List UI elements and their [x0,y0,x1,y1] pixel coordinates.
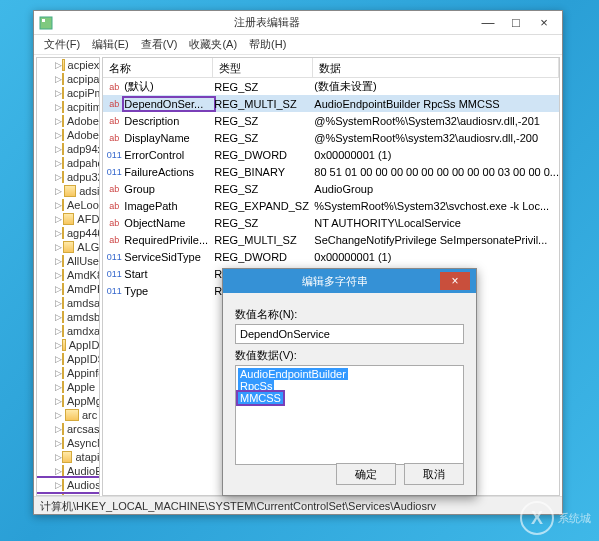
col-type[interactable]: 类型 [213,58,313,77]
minimize-button[interactable]: — [474,13,502,33]
chevron-icon: ▷ [55,200,62,210]
chevron-icon: ▷ [55,312,62,322]
close-button[interactable]: × [530,13,558,33]
titlebar[interactable]: 注册表编辑器 — □ × [34,11,562,35]
tree-item-label: adsi [79,185,99,197]
cell-name: ServiceSidType [124,251,214,263]
value-data-textarea[interactable]: AudioEndpointBuilderRpcSsMMCSS [235,365,464,465]
tree-item[interactable]: ▷adpu320 [37,170,99,184]
multistring-line[interactable]: AudioEndpointBuilder [238,368,348,380]
chevron-icon: ▷ [55,396,62,406]
menu-file[interactable]: 文件(F) [38,35,86,54]
menu-help[interactable]: 帮助(H) [243,35,292,54]
chevron-icon: ▷ [55,326,62,336]
value-row[interactable]: 011ErrorControlREG_DWORD0x00000001 (1) [103,146,559,163]
value-row[interactable]: abGroupREG_SZAudioGroup [103,180,559,197]
tree-item[interactable]: ▷AllUserInstallAgent [37,254,99,268]
tree-item-label: adpu320 [67,171,100,183]
tree-item-label: adp94xx [67,143,100,155]
tree-item[interactable]: ▷AFD [37,212,99,226]
tree-item[interactable]: ▷adp94xx [37,142,99,156]
tree-item[interactable]: ▷AudioEndpointBuilder [37,464,99,478]
maximize-button[interactable]: □ [502,13,530,33]
binary-icon: 011 [107,284,121,298]
tree-item-label: arcsas [67,423,99,435]
folder-icon [62,255,64,267]
tree-item[interactable]: ▷AdobeFlashPlayerUpda [37,128,99,142]
tree-item[interactable]: ▷Appinfo [37,366,99,380]
dialog-titlebar[interactable]: 编辑多字符串 × [223,269,476,293]
cancel-button[interactable]: 取消 [404,463,464,485]
tree-item-label: acpitime [67,101,100,113]
tree-item[interactable]: ▷AppMgmt [37,394,99,408]
col-data[interactable]: 数据 [313,58,559,77]
tree-item[interactable]: ▷amdsbs [37,310,99,324]
folder-icon [62,171,64,183]
dialog-close-button[interactable]: × [440,272,470,290]
folder-icon [62,381,64,393]
ok-button[interactable]: 确定 [336,463,396,485]
menu-favorites[interactable]: 收藏夹(A) [183,35,243,54]
col-name[interactable]: 名称 [103,58,213,77]
tree-item[interactable]: ▷AeLookupSvc [37,198,99,212]
value-row[interactable]: abImagePathREG_EXPAND_SZ%SystemRoot%\Sys… [103,197,559,214]
tree-item[interactable]: ▷AppIDSvc [37,352,99,366]
cell-type: REG_DWORD [214,251,314,263]
cell-name: Description [124,115,214,127]
menu-edit[interactable]: 编辑(E) [86,35,135,54]
tree-item[interactable]: ▷adsi [37,184,99,198]
tree-item[interactable]: ▷AmdPPM [37,282,99,296]
registry-tree[interactable]: ▷acpiex▷acpipagr▷acpiPmi▷acpitime▷AdobeA… [36,57,100,496]
tree-item[interactable]: ▷arcsas [37,422,99,436]
string-icon: ab [107,233,121,247]
value-row[interactable]: abDependOnSer...REG_MULTI_SZAudioEndpoin… [103,95,559,112]
value-name-label: 数值名称(N): [235,307,464,322]
tree-item[interactable]: ▷arc [37,408,99,422]
cell-data: 80 51 01 00 00 00 00 00 00 00 00 00 03 0… [314,166,559,178]
tree-item[interactable]: ▷AsyncMac [37,436,99,450]
tree-item[interactable]: ▷acpiex [37,58,99,72]
multistring-line[interactable]: RpcSs [238,380,274,392]
menu-view[interactable]: 查看(V) [135,35,184,54]
value-name-input[interactable] [235,324,464,344]
tree-item-label: AppMgmt [67,395,100,407]
tree-item-label: acpiex [68,59,100,71]
cell-data: AudioGroup [314,183,559,195]
tree-item[interactable]: ▷Audiosrv [37,478,99,492]
tree-item[interactable]: ▷acpiPmi [37,86,99,100]
value-row[interactable]: 011FailureActionsREG_BINARY80 51 01 00 0… [103,163,559,180]
tree-item[interactable]: ▷AmdK8 [37,268,99,282]
regedit-icon [38,15,54,31]
folder-icon [62,269,64,281]
tree-item[interactable]: ▷agp440 [37,226,99,240]
value-row[interactable]: abDescriptionREG_SZ@%SystemRoot%\System3… [103,112,559,129]
tree-item-label: amdsata [67,297,100,309]
watermark-text: 系统城 [558,511,591,526]
tree-item[interactable]: ▷ALG [37,240,99,254]
tree-item[interactable]: ▷acpitime [37,100,99,114]
value-row[interactable]: ab(默认)REG_SZ(数值未设置) [103,78,559,95]
tree-item[interactable]: ▷amdxata [37,324,99,338]
tree-item[interactable]: ▷Apple Mobile Device [37,380,99,394]
tree-item[interactable]: ▷acpipagr [37,72,99,86]
value-row[interactable]: abRequiredPrivile...REG_MULTI_SZSeChange… [103,231,559,248]
value-row[interactable]: abDisplayNameREG_SZ@%SystemRoot%\system3… [103,129,559,146]
multistring-line[interactable]: MMCSS [238,392,283,404]
statusbar: 计算机\HKEY_LOCAL_MACHINE\SYSTEM\CurrentCon… [34,496,562,514]
folder-icon [62,367,64,379]
value-row[interactable]: abObjectNameREG_SZNT AUTHORITY\LocalServ… [103,214,559,231]
tree-item[interactable]: ▷amdsata [37,296,99,310]
dialog-buttons: 确定 取消 [336,463,464,485]
tree-item[interactable]: ▷adpahci [37,156,99,170]
binary-icon: 011 [107,165,121,179]
tree-item[interactable]: ▷atapi [37,450,99,464]
chevron-icon: ▷ [55,354,62,364]
folder-icon [62,479,64,491]
value-row[interactable]: 011ServiceSidTypeREG_DWORD0x00000001 (1) [103,248,559,265]
tree-item-label: AFD [77,213,99,225]
tree-item[interactable]: ▷AdobeARMservice [37,114,99,128]
folder-icon [62,339,66,351]
chevron-icon: ▷ [55,186,64,196]
cell-type: REG_SZ [214,183,314,195]
tree-item[interactable]: ▷AppID [37,338,99,352]
